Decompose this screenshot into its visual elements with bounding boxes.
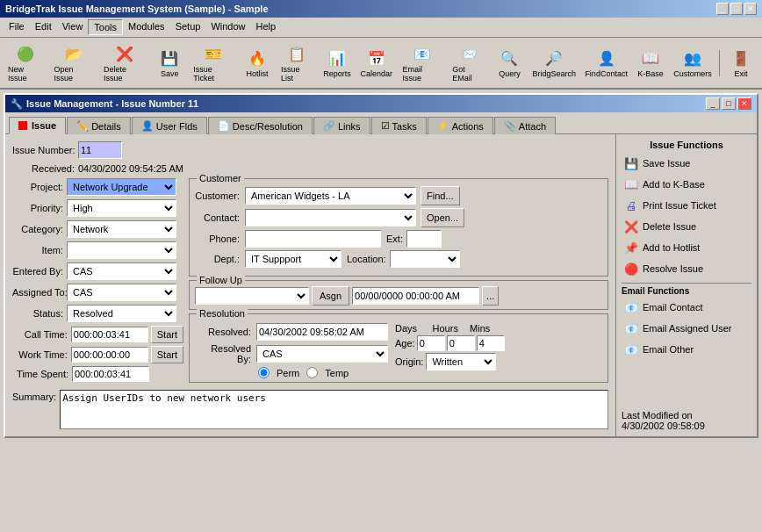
- toolbar-query[interactable]: 🔍 Query: [492, 45, 527, 81]
- win-close[interactable]: ✕: [737, 97, 751, 110]
- time-spent-field[interactable]: [72, 366, 149, 382]
- toolbar-issue-list[interactable]: 📋 Issue List: [277, 40, 318, 85]
- win-maximize[interactable]: □: [722, 97, 736, 110]
- toolbar-reports[interactable]: 📊 Reports: [320, 45, 355, 81]
- follow-up-browse-btn[interactable]: ...: [482, 286, 499, 306]
- project-select[interactable]: Network Upgrade: [67, 178, 176, 196]
- add-k-base-btn[interactable]: 📖 Add to K-Base: [622, 175, 751, 194]
- toolbar-exit[interactable]: 🚪 Exit: [723, 45, 758, 81]
- toolbar-new-issue[interactable]: 🟢 New Issue: [4, 40, 48, 85]
- tab-attach[interactable]: 📎 Attach: [494, 117, 556, 134]
- minimize-btn[interactable]: _: [716, 3, 729, 15]
- menu-help[interactable]: Help: [251, 19, 282, 35]
- email-other-btn[interactable]: 📧 Email Other: [622, 340, 751, 359]
- asgn-btn[interactable]: Asgn: [312, 286, 349, 306]
- email-contact-btn[interactable]: 📧 Email Contact: [622, 298, 751, 317]
- toolbar-customers-label: Customers: [673, 69, 712, 78]
- origin-select[interactable]: Written: [426, 353, 496, 370]
- menu-view[interactable]: View: [57, 19, 89, 35]
- entered-by-select[interactable]: CAS: [67, 262, 176, 280]
- menu-window[interactable]: Window: [205, 19, 250, 35]
- toolbar-hotlist[interactable]: 🔥 Hotlist: [240, 45, 275, 81]
- main-content-row: Project: Network Upgrade Priority: High: [12, 178, 608, 385]
- tab-desc-resolution[interactable]: 📄 Desc/Resolution: [208, 117, 313, 134]
- toolbar-bridg-search[interactable]: 🔎 BridgSearch: [528, 45, 579, 81]
- perm-radio[interactable]: [258, 367, 270, 378]
- temp-radio[interactable]: [306, 367, 318, 378]
- age-headers: Days Hours Mins: [395, 323, 505, 334]
- tab-issue[interactable]: Issue: [9, 117, 66, 134]
- toolbar-delete-issue[interactable]: ❌ Delete Issue: [99, 40, 150, 85]
- toolbar-calendar[interactable]: 📅 Calendar: [356, 45, 396, 81]
- tab-desc-resolution-label: Desc/Resolution: [233, 121, 303, 132]
- phone-field[interactable]: [245, 230, 381, 248]
- toolbar-k-base[interactable]: 📖 K-Base: [633, 45, 668, 81]
- find-customer-btn[interactable]: Find...: [421, 186, 460, 205]
- customer-select[interactable]: American Widgets - LA: [245, 187, 416, 205]
- main-window: 🔧 Issue Management - Issue Number 11 _ □…: [4, 93, 758, 438]
- follow-up-select[interactable]: [195, 287, 309, 305]
- issue-ticket-icon: 🎫: [203, 43, 224, 64]
- priority-select[interactable]: High: [67, 199, 176, 217]
- age-mins-field[interactable]: [477, 335, 505, 351]
- toolbar-new-issue-label: New Issue: [8, 65, 44, 83]
- status-select[interactable]: Resolved: [67, 305, 176, 322]
- print-ticket-icon: 🖨: [623, 198, 639, 213]
- toolbar-open-issue[interactable]: 📂 Open Issue: [50, 40, 97, 85]
- assigned-to-select[interactable]: CAS: [67, 284, 176, 301]
- email-assigned-icon: 📧: [623, 320, 639, 336]
- menu-file[interactable]: File: [4, 19, 30, 35]
- age-days-field[interactable]: [417, 335, 445, 351]
- resolve-issue-btn[interactable]: 🔴 Resolve Issue: [622, 259, 751, 278]
- toolbar-got-email[interactable]: 📨 Got EMail: [448, 40, 490, 85]
- menu-modules[interactable]: Modules: [123, 19, 170, 35]
- add-hotlist-btn[interactable]: 📌 Add to Hotlist: [622, 238, 751, 257]
- toolbar-customers[interactable]: 👥 Customers: [670, 45, 715, 81]
- menu-setup[interactable]: Setup: [170, 19, 206, 35]
- toolbar-issue-ticket[interactable]: 🎫 Issue Ticket: [189, 40, 238, 85]
- tab-user-flds[interactable]: 👤 User Flds: [132, 117, 207, 134]
- issue-number-field[interactable]: [78, 141, 122, 159]
- close-btn[interactable]: ✕: [744, 3, 757, 15]
- ext-field[interactable]: [406, 230, 442, 248]
- tab-tasks[interactable]: ☑ Tasks: [371, 117, 427, 134]
- summary-textarea[interactable]: Assign UserIDs to new network users: [60, 390, 608, 429]
- window-title-text: Issue Management - Issue Number 11: [26, 98, 198, 109]
- toolbar-email-issue[interactable]: 📧 Email Issue: [398, 40, 446, 85]
- age-panel: Days Hours Mins Age:: [395, 323, 505, 378]
- contact-select[interactable]: [245, 209, 416, 226]
- menu-tools[interactable]: Tools: [88, 19, 123, 35]
- resolved-field[interactable]: [256, 323, 388, 341]
- call-time-start-btn[interactable]: Start: [151, 326, 183, 343]
- follow-up-date[interactable]: [352, 287, 479, 305]
- toolbar-save[interactable]: 💾 Save: [152, 45, 187, 81]
- age-label: Age:: [395, 338, 415, 349]
- category-select[interactable]: Network: [67, 220, 176, 238]
- delete-issue-func-btn[interactable]: ❌ Delete Issue: [622, 217, 751, 236]
- location-select[interactable]: [390, 250, 460, 268]
- age-row: Age:: [395, 335, 505, 351]
- delete-issue-func-icon: ❌: [623, 219, 639, 234]
- open-contact-btn[interactable]: Open...: [421, 208, 464, 227]
- maximize-btn[interactable]: □: [730, 3, 743, 15]
- dept-select[interactable]: IT Suppport: [245, 250, 341, 268]
- got-email-icon: 📨: [458, 43, 479, 64]
- work-time-start-btn[interactable]: Start: [151, 346, 183, 363]
- item-select[interactable]: [67, 241, 176, 259]
- tab-actions[interactable]: ⚡ Actions: [428, 117, 493, 134]
- origin-label: Origin:: [395, 356, 423, 367]
- title-bar: BridgeTrak Issue Management System (Samp…: [0, 0, 762, 18]
- print-ticket-btn[interactable]: 🖨 Print Issue Ticket: [622, 196, 751, 215]
- tab-links[interactable]: 🔗 Links: [313, 117, 370, 134]
- email-assigned-btn[interactable]: 📧 Email Assigned User: [622, 319, 751, 338]
- tab-actions-label: Actions: [452, 121, 484, 132]
- resolved-by-select[interactable]: CAS: [256, 345, 388, 363]
- work-time-field[interactable]: [71, 347, 148, 363]
- age-hours-field[interactable]: [447, 335, 475, 351]
- win-minimize[interactable]: _: [706, 97, 720, 110]
- toolbar-find-contact[interactable]: 👤 FindContact: [581, 45, 631, 81]
- tab-details[interactable]: ✏️ Details: [67, 117, 131, 134]
- menu-edit[interactable]: Edit: [30, 19, 57, 35]
- save-issue-btn[interactable]: 💾 Save Issue: [622, 154, 751, 173]
- call-time-field[interactable]: [71, 327, 148, 342]
